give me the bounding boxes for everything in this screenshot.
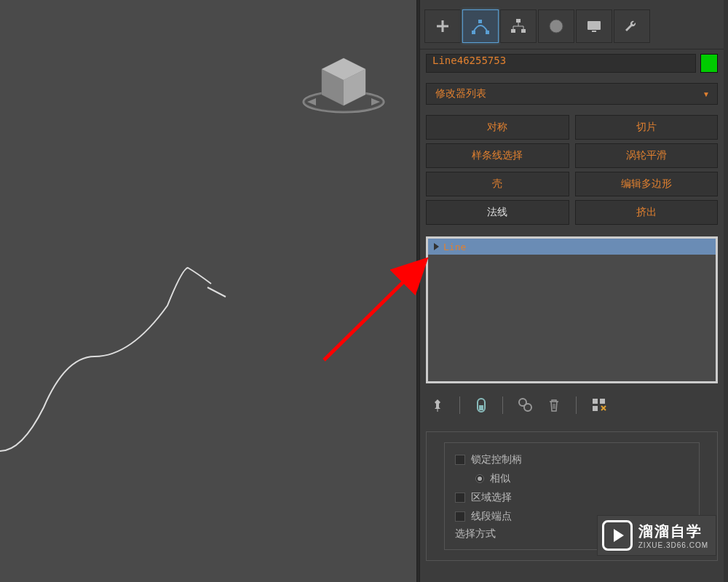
svg-rect-4 [472,31,475,34]
svg-rect-16 [479,405,483,410]
command-panel: Line46255753 修改器列表 ▼ 对称 切片 样条线选择 涡轮平滑 壳 … [419,0,728,582]
wrench-icon [623,17,641,35]
toolbar-sep [576,396,577,414]
expand-triangle-icon[interactable] [434,243,439,250]
modify-arc-icon [470,17,491,35]
show-end-result-icon[interactable] [475,397,488,413]
stack-item-line[interactable]: Line [428,239,716,255]
display-monitor-icon [585,17,603,35]
modifier-slice-button[interactable]: 切片 [575,115,719,140]
modifier-edit-poly-button[interactable]: 编辑多边形 [575,172,719,196]
svg-rect-13 [592,31,596,32]
svg-rect-7 [516,19,521,23]
lock-handles-label: 锁定控制柄 [471,453,522,466]
trash-icon[interactable] [547,397,561,413]
modifier-spline-select-button[interactable]: 样条线选择 [426,143,569,168]
checkbox-icon[interactable] [455,493,465,503]
watermark-url: ZIXUE.3D66.COM [638,541,708,549]
modifier-extrude-button[interactable]: 挤出 [575,200,719,225]
svg-rect-8 [511,29,515,33]
watermark-text: 溜溜自学 ZIXUE.3D66.COM [638,522,708,549]
svg-rect-19 [593,399,598,404]
svg-point-18 [524,404,531,411]
object-name-input[interactable]: Line46255753 [426,54,696,73]
object-name-bar: Line46255753 [420,49,724,77]
tab-hierarchy[interactable] [500,9,537,43]
tab-display[interactable] [576,9,612,43]
svg-rect-21 [593,406,598,411]
modifier-shell-button[interactable]: 壳 [426,172,569,196]
command-panel-tabs [420,0,724,49]
watermark-title: 溜溜自学 [638,522,708,541]
viewport-3d[interactable] [0,0,417,582]
make-unique-icon[interactable] [518,397,534,413]
viewcube-gizmo[interactable] [296,40,391,127]
svg-rect-9 [521,29,526,33]
stack-item-label: Line [443,242,466,252]
checkbox-icon[interactable] [455,511,465,522]
segment-end-label: 线段端点 [471,510,512,523]
hierarchy-icon [510,17,527,35]
option-area-select[interactable]: 区域选择 [455,488,689,507]
motion-sphere-icon [547,17,565,35]
modifier-list-dropdown[interactable]: 修改器列表 ▼ [426,83,718,105]
chevron-down-icon: ▼ [703,90,710,98]
toolbar-sep [459,396,460,414]
play-icon [602,520,633,551]
pin-icon[interactable] [430,398,445,412]
configure-icon[interactable] [591,397,607,413]
modifier-list-label: 修改器列表 [435,87,486,100]
toolbar-sep [502,396,503,414]
checkbox-icon[interactable] [455,455,465,465]
modifier-symmetry-button[interactable]: 对称 [426,115,569,140]
svg-rect-6 [478,20,482,23]
modifier-turbosmooth-button[interactable]: 涡轮平滑 [575,143,719,168]
modifier-stack[interactable]: Line [426,236,718,383]
plus-icon [434,17,451,35]
modifier-normal-button[interactable]: 法线 [426,200,569,225]
modifier-buttons-grid: 对称 切片 样条线选择 涡轮平滑 壳 编辑多边形 法线 挤出 [420,109,724,231]
radio-icon[interactable] [475,474,484,483]
panel-scrollbar[interactable] [724,0,728,582]
tab-motion[interactable] [538,9,574,43]
similar-label: 相似 [490,472,510,485]
viewport-spline-line [0,262,233,466]
stack-toolbar [420,389,724,421]
svg-rect-12 [587,21,601,30]
option-lock-handles[interactable]: 锁定控制柄 [455,450,689,469]
svg-rect-5 [486,31,489,34]
option-similar[interactable]: 相似 [455,469,689,488]
object-color-swatch[interactable] [700,54,718,73]
tab-modify[interactable] [462,9,499,43]
watermark: 溜溜自学 ZIXUE.3D66.COM [597,515,716,556]
tab-create[interactable] [424,9,461,43]
tab-utilities[interactable] [614,9,650,43]
area-select-label: 区域选择 [471,491,512,504]
svg-rect-20 [600,399,605,404]
